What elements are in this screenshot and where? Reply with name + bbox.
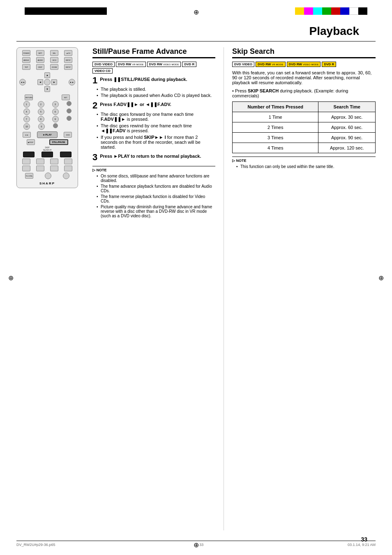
compat-dvd-r: DVD R <box>182 62 196 67</box>
remote-angle-btn: ANGLE <box>22 57 30 63</box>
remote-rew-btn: ◄◄ <box>19 79 26 85</box>
compat-dvd-rw-vid: DVD RW VIDEO MODE <box>147 62 181 67</box>
main-content: POWER INPT SEL ▲CH ANGLE AUDIO ▼CH INPUT… <box>16 47 376 530</box>
crosshair-left: ⊕ <box>8 274 14 281</box>
skip-search-table: Number of Times Pressed Search Time 1 Ti… <box>232 101 376 153</box>
note-icon: ▷ <box>92 168 95 172</box>
step-2-bullet-3: If you press and hold SKIP►► I for more … <box>97 135 215 150</box>
still-pause-note: ▷ NOTE On some discs, still/pause and fr… <box>92 166 215 218</box>
remote-b1 <box>22 159 30 164</box>
step-3-title: Press ►PLAY to return to the normal play… <box>100 154 201 159</box>
footer-file: DV_RW2U#p29-36.p65 <box>16 543 55 547</box>
step-1-bullet-1: The playback is stilled. <box>97 87 215 92</box>
step-1-bullet-2: The playback is paused when Audio CD is … <box>97 93 215 98</box>
remote-5-btn: 5 <box>38 108 44 115</box>
remote-play-main-btn: ►PLAY <box>37 131 58 138</box>
skip-search-compat: DVD VIDEO DVD RW VR MODE DVD RW VIDEO MO… <box>232 62 376 67</box>
remote-ok-btn <box>44 79 51 85</box>
step-2-title: Press F.ADV❚❚► or ◄❚❚F.ADV. <box>100 102 171 107</box>
compat-dvd-video: DVD VIDEO <box>92 62 115 67</box>
remote-fadv-btn <box>42 152 53 157</box>
step-1-title: Press ❚❚STILL/PAUSE during playback. <box>100 77 187 82</box>
skip-search-note-title: ▷ NOTE <box>232 159 376 163</box>
table-row-3: 3 Times Approx. 90 sec. <box>233 133 376 143</box>
compat-video-cd: VIDEO CD <box>92 68 113 74</box>
remote-b6 <box>36 166 44 171</box>
table-row-3-times: 3 Times <box>233 133 318 143</box>
still-pause-compat: DVD VIDEO DVD RW VR MODE DVD RW VIDEO MO… <box>92 62 215 74</box>
remote-b4 <box>64 159 72 164</box>
table-col1-header: Number of Times Pressed <box>233 102 318 112</box>
step-2: 2 Press F.ADV❚❚► or ◄❚❚F.ADV. The disc g… <box>92 102 215 150</box>
crosshair-top: ⊕ <box>194 8 199 16</box>
step-1-bullets: The playback is stilled. The playback is… <box>92 87 215 98</box>
skip-compat-dvd-r: DVD R <box>322 62 336 67</box>
table-row-2-search: Approx. 60 sec. <box>318 122 376 133</box>
skip-search-section: Skip Search DVD VIDEO DVD RW VR MODE DVD… <box>224 47 376 530</box>
remote-disp-btn: DISP <box>36 64 44 70</box>
still-pause-note-3: The frame reverse playback function is d… <box>97 194 215 203</box>
step-3-num: 3 <box>92 153 97 162</box>
top-black-bar <box>25 7 107 15</box>
remote-stop-btn: ■STOP <box>27 139 35 145</box>
remote-9-btn: 9 <box>52 116 59 122</box>
remote-c2 <box>63 173 69 179</box>
top-color-bar <box>295 7 367 15</box>
skip-search-note-bullets: This function can only be used within th… <box>232 164 376 169</box>
skip-search-note-1: This function can only be used within th… <box>236 164 376 169</box>
table-row-4-times: 4 Times <box>233 143 318 153</box>
remote-return-btn: RETURN <box>25 94 33 100</box>
remote-1-btn: 1 <box>23 101 30 108</box>
remote-vol-btn: ▼CH <box>50 57 58 63</box>
remote-fwd-btn: ►► <box>69 79 75 85</box>
footer-date: 03.1.14, 9:21 AM <box>348 543 376 547</box>
remote-c1 <box>45 173 51 179</box>
remote-4-btn: 4 <box>23 108 30 115</box>
step-1-num: 1 <box>92 76 97 85</box>
crosshair-right: ⊕ <box>378 274 384 281</box>
remote-3-btn: 3 <box>52 101 59 108</box>
table-row-2: 2 Times Approx. 60 sec. <box>233 122 376 133</box>
step-2-bullet-1: The disc goes forward by one frame each … <box>97 112 215 122</box>
remote-b9: TV CTRL <box>25 173 33 179</box>
remote-ch2-btn: INPUT <box>64 57 72 63</box>
left-column: POWER INPT SEL ▲CH ANGLE AUDIO ▼CH INPUT… <box>16 47 92 530</box>
remote-power-btn: POWER <box>22 50 30 56</box>
remote-fadv2-btn <box>60 152 71 157</box>
table-row-3-search: Approx. 90 sec. <box>318 133 376 143</box>
remote-input2-btn: INPUT <box>64 64 72 70</box>
skip-search-title: Skip Search <box>232 47 376 58</box>
remote-up-btn: ▲ <box>44 72 50 78</box>
footer: DV_RW2U#p29-36.p65 33 03.1.14, 9:21 AM <box>16 541 376 547</box>
table-row-1: 1 Time Approx. 30 sec. <box>233 112 376 122</box>
remote-still-pause-btn: STILL/PAUSE <box>49 139 68 145</box>
table-col2-header: Search Time <box>318 102 376 112</box>
remote-b7 <box>50 166 58 171</box>
skip-compat-dvd-video: DVD VIDEO <box>232 62 254 67</box>
remote-down-btn: ▼ <box>44 86 50 92</box>
skip-search-description: With this feature, you can set a forward… <box>232 70 376 85</box>
remote-b8 <box>64 166 72 171</box>
remote-zoom-btn: ZOOM <box>50 64 58 70</box>
remote-8-btn: 8 <box>38 116 44 122</box>
step-2-bullet-2: The disc goes rewind by one frame each t… <box>97 123 215 134</box>
skip-compat-dvd-rw-vid: DVD RW VIDEO MODE <box>287 62 321 67</box>
skip-note-icon: ▷ <box>232 159 235 163</box>
remote-audio-btn: AUDIO <box>36 57 44 63</box>
table-row-4-search: Approx. 120 sec. <box>318 143 376 153</box>
still-pause-note-2: The frame advance playback functions are… <box>97 184 215 193</box>
step-1: 1 Press ❚❚STILL/PAUSE during playback. T… <box>92 77 215 98</box>
skip-search-press-note: • Press SKIP SEARCH during playback. (Ex… <box>232 88 376 98</box>
remote-dpad: ▲ ◄ ► ▼ <box>37 72 57 92</box>
compat-dvd-rw-vr: DVD RW VR MODE <box>116 62 146 67</box>
remote-brand: SHARP <box>19 182 75 185</box>
footer-page: 33 <box>199 543 203 547</box>
remote-2-btn: 2 <box>38 101 44 108</box>
still-pause-note-title: ▷ NOTE <box>92 168 215 172</box>
remote-set-btn: SEL <box>50 50 58 56</box>
remote-right-btn: ► <box>51 79 57 85</box>
still-pause-title: Still/Pause Frame Advance <box>92 47 215 58</box>
still-pause-note-4: Picture quality may diminish during fram… <box>97 205 215 218</box>
remote-topmenu-btn: TOP <box>22 64 30 70</box>
remote-rev-btn: ◄◄ <box>23 132 31 138</box>
